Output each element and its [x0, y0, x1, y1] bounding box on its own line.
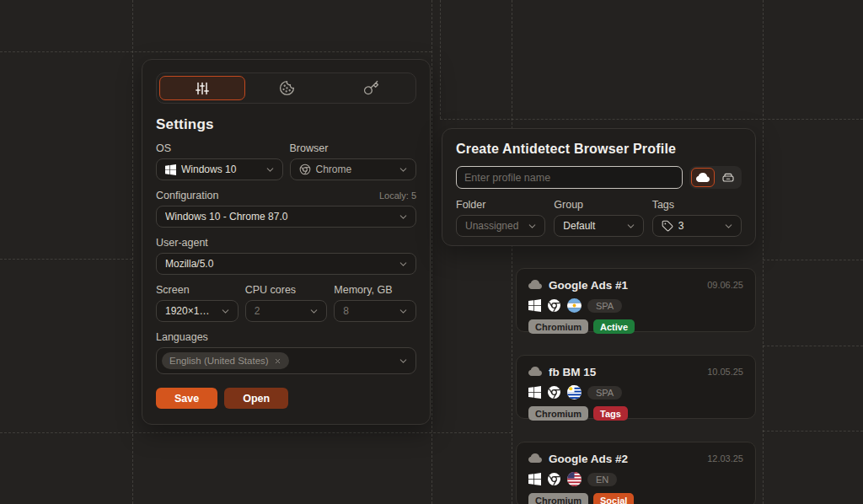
chevron-down-icon — [398, 306, 409, 317]
cloud-icon — [528, 365, 542, 378]
sliders-icon — [194, 80, 211, 97]
create-panel-title: Create Antidetect Browser Profile — [456, 142, 742, 157]
chevron-down-icon — [625, 221, 636, 232]
chevron-down-icon — [220, 306, 231, 317]
chevron-down-icon — [723, 221, 734, 232]
folder-label: Folder — [456, 199, 545, 211]
windows-icon — [528, 473, 541, 485]
settings-panel: Settings OS Windows 10 Browser — [142, 59, 431, 425]
local-storage-button[interactable] — [716, 168, 740, 187]
status-badge: Tags — [593, 406, 628, 421]
remove-language-icon[interactable] — [274, 357, 281, 365]
chevron-down-icon — [398, 356, 409, 367]
engine-badge: Chromium — [528, 319, 588, 334]
chevron-down-icon — [398, 212, 409, 223]
tags-select-value: 3 — [678, 220, 718, 232]
user-agent-select-value: Mozilla/5.0 — [165, 258, 393, 270]
grid-line — [132, 0, 133, 504]
browser-label: Browser — [290, 142, 417, 154]
os-select-value: Windows 10 — [181, 164, 260, 175]
windows-icon — [528, 299, 541, 312]
flag-uruguay-icon — [567, 385, 582, 399]
grid-line — [440, 0, 441, 119]
chrome-icon — [547, 472, 561, 486]
browser-select[interactable]: Chrome — [290, 158, 417, 180]
profile-date: 12.03.25 — [707, 453, 743, 464]
cloud-icon — [528, 452, 542, 465]
key-icon — [363, 80, 379, 96]
tab-fingerprint-settings[interactable] — [159, 76, 245, 100]
cpu-cores-label: CPU cores — [245, 284, 328, 296]
grid-line — [763, 0, 764, 504]
status-badge: Active — [593, 319, 635, 334]
grid-line — [0, 432, 512, 433]
cookie-icon — [279, 80, 295, 96]
memory-select-value: 8 — [343, 305, 393, 317]
chrome-icon — [547, 298, 561, 313]
group-select[interactable]: Default — [554, 215, 643, 237]
language-badge: SPA — [587, 386, 622, 399]
memory-select[interactable]: 8 — [334, 300, 416, 322]
grid-line — [763, 346, 863, 346]
grid-line — [763, 260, 863, 260]
storage-toggle — [689, 166, 742, 189]
language-badge: SPA — [587, 299, 622, 313]
status-badge: Social — [593, 493, 634, 504]
local-drive-icon — [721, 171, 735, 185]
chevron-down-icon — [527, 221, 538, 232]
tab-cookies[interactable] — [245, 76, 330, 100]
grid-line — [432, 0, 432, 504]
language-chip-text: English (United States) — [169, 356, 269, 366]
folder-select[interactable]: Unassigned — [456, 215, 545, 237]
screen-label: Screen — [156, 284, 239, 296]
local-count: Localy: 5 — [379, 190, 416, 201]
tags-select[interactable]: 3 — [652, 215, 742, 237]
user-agent-select[interactable]: Mozilla/5.0 — [156, 253, 416, 275]
engine-badge: Chromium — [528, 493, 588, 504]
tags-label: Tags — [652, 199, 742, 211]
language-chip: English (United States) — [162, 352, 289, 369]
windows-icon — [165, 164, 176, 175]
chevron-down-icon — [398, 259, 409, 270]
configuration-label-row: Configuration Localy: 5 — [156, 190, 416, 201]
open-button[interactable]: Open — [224, 388, 288, 409]
profile-name: Google Ads #2 — [549, 453, 628, 465]
settings-title: Settings — [156, 116, 416, 133]
chrome-icon — [299, 164, 311, 175]
profile-card[interactable]: Google Ads #2 12.03.25 EN Chromium Socia… — [516, 442, 756, 504]
cloud-icon — [528, 278, 542, 292]
screen-select[interactable]: 1920×1840 — [156, 300, 239, 322]
engine-badge: Chromium — [528, 406, 588, 421]
folder-select-value: Unassigned — [465, 220, 522, 232]
configuration-select[interactable]: Windows 10 - Chrome 87.0 — [156, 206, 416, 228]
profile-card[interactable]: Google Ads #1 09.06.25 SPA Chromium Acti… — [516, 268, 756, 332]
languages-label: Languages — [156, 331, 416, 343]
group-label: Group — [554, 199, 643, 211]
save-button[interactable]: Save — [156, 388, 217, 409]
cloud-storage-button[interactable] — [691, 168, 715, 187]
browser-select-value: Chrome — [316, 164, 394, 175]
os-select[interactable]: Windows 10 — [156, 158, 283, 180]
profile-date: 10.05.25 — [707, 367, 743, 377]
tab-proxy-key[interactable] — [329, 76, 413, 100]
chevron-down-icon — [265, 164, 276, 175]
create-profile-panel: Create Antidetect Browser Profile — [442, 128, 756, 246]
os-label: OS — [156, 142, 283, 154]
configuration-select-value: Windows 10 - Chrome 87.0 — [165, 211, 393, 223]
profile-date: 09.06.25 — [707, 280, 743, 290]
windows-icon — [528, 386, 541, 399]
grid-line — [0, 51, 432, 52]
settings-tabbar — [156, 72, 416, 104]
profile-card[interactable]: fb BM 15 10.05.25 SPA Chromium Tags — [516, 355, 756, 419]
cloud-icon — [696, 171, 710, 185]
chevron-down-icon — [398, 164, 409, 175]
group-select-value: Default — [563, 220, 619, 232]
cpu-cores-select[interactable]: 2 — [245, 300, 328, 322]
chevron-down-icon — [308, 306, 319, 317]
grid-line — [763, 431, 863, 432]
configuration-label: Configuration — [156, 190, 218, 201]
profile-name-input[interactable] — [456, 166, 683, 189]
languages-select[interactable]: English (United States) — [156, 347, 416, 374]
grid-line — [440, 119, 863, 120]
profile-name: fb BM 15 — [549, 366, 596, 378]
